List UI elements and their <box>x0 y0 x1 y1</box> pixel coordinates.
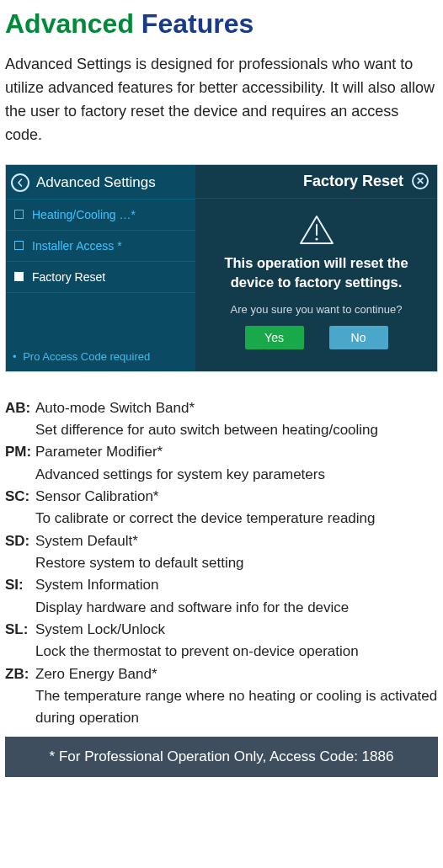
warning-icon <box>299 215 334 245</box>
def-code: SD: <box>5 530 35 552</box>
def-title: System Default* <box>35 530 138 552</box>
title-word-features: Features <box>141 8 254 39</box>
sidebar-item-label: Factory Reset <box>32 270 105 284</box>
device-sidebar: Advanced Settings Heating/Cooling …* Ins… <box>6 165 195 371</box>
def-code: AB: <box>5 397 35 419</box>
def-title: Parameter Modifier* <box>35 441 163 463</box>
dialog-button-row: Yes No <box>245 326 388 349</box>
def-title: System Information <box>35 574 158 596</box>
device-sidebar-title: Advanced Settings <box>36 174 156 191</box>
confirm-text: Are you sure you want to continue? <box>231 303 403 316</box>
def-code: SL: <box>5 619 35 641</box>
sidebar-item-factory-reset[interactable]: Factory Reset <box>6 262 195 293</box>
device-sidebar-footer-text: Pro Access Code required <box>23 350 150 363</box>
definition-row: PM:Parameter Modifier* <box>5 441 438 463</box>
device-panel: Factory Reset ✕ This operation will rese… <box>195 165 437 371</box>
sidebar-item-heating-cooling[interactable]: Heating/Cooling …* <box>6 200 195 231</box>
square-icon <box>14 210 24 219</box>
yes-button[interactable]: Yes <box>245 326 304 349</box>
def-desc: To calibrate or correct the device tempe… <box>35 508 438 530</box>
title-word-advanced: Advanced <box>5 8 134 39</box>
square-icon <box>14 272 24 281</box>
sidebar-item-label: Installer Access * <box>32 239 122 253</box>
def-title: Sensor Calibration* <box>35 486 158 508</box>
def-desc: Lock the thermostat to prevent on-device… <box>35 641 438 663</box>
square-icon <box>14 241 24 250</box>
definition-row: ZB:Zero Energy Band* <box>5 663 438 685</box>
sidebar-item-installer-access[interactable]: Installer Access * <box>6 231 195 262</box>
def-title: System Lock/Unlock <box>35 619 165 641</box>
device-screenshot: Advanced Settings Heating/Cooling …* Ins… <box>5 164 438 372</box>
definitions-list: AB:Auto-mode Switch Band* Set difference… <box>5 397 438 730</box>
definition-row: SD:System Default* <box>5 530 438 552</box>
sidebar-item-label: Heating/Cooling …* <box>32 208 136 221</box>
def-desc: Set difference for auto switch between h… <box>35 419 438 441</box>
definition-row: SL:System Lock/Unlock <box>5 619 438 641</box>
def-title: Auto-mode Switch Band* <box>35 397 195 419</box>
definition-row: SC:Sensor Calibration* <box>5 486 438 508</box>
back-icon[interactable] <box>11 173 29 192</box>
def-desc: Restore system to default setting <box>35 552 438 574</box>
device-sidebar-footer: • Pro Access Code required <box>6 342 195 371</box>
definition-row: AB:Auto-mode Switch Band* <box>5 397 438 419</box>
page-title: Advanced Features <box>5 8 438 40</box>
close-icon[interactable]: ✕ <box>412 173 429 189</box>
footnote: * For Professional Operation Only, Acces… <box>5 737 438 777</box>
def-desc: The temperature range where no heating o… <box>35 685 438 730</box>
device-sidebar-menu: Heating/Cooling …* Installer Access * Fa… <box>6 200 195 342</box>
def-code: ZB: <box>5 663 35 685</box>
definition-row: SI:System Information <box>5 574 438 596</box>
svg-point-1 <box>315 238 318 241</box>
def-code: SI: <box>5 574 35 596</box>
def-desc: Display hardware and software info for t… <box>35 597 438 619</box>
no-button[interactable]: No <box>329 326 388 349</box>
def-desc: Advanced settings for system key paramet… <box>35 464 438 486</box>
device-sidebar-header[interactable]: Advanced Settings <box>6 165 195 200</box>
bullet-icon: • <box>13 350 17 363</box>
device-panel-title: Factory Reset <box>303 173 403 190</box>
device-panel-header: Factory Reset ✕ <box>195 165 437 199</box>
warning-text: This operation will reset the device to … <box>209 253 424 291</box>
def-code: PM: <box>5 441 35 463</box>
def-title: Zero Energy Band* <box>35 663 157 685</box>
intro-paragraph: Advanced Settings is designed for profes… <box>5 53 438 147</box>
device-panel-body: This operation will reset the device to … <box>195 199 437 371</box>
def-code: SC: <box>5 486 35 508</box>
